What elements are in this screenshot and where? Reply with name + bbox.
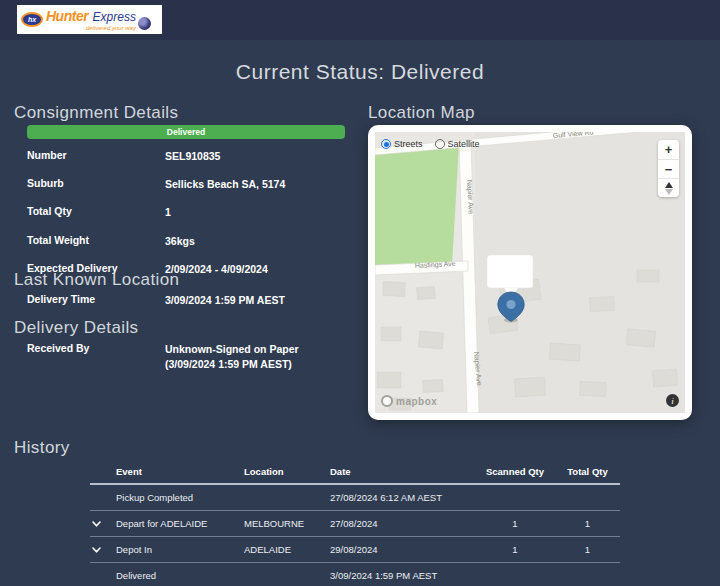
top-bar: hx Hunter Express delivered your way (0, 0, 720, 40)
tracking-page: hx Hunter Express delivered your way Cur… (0, 0, 720, 586)
event-cell: Pickup Completed (114, 484, 242, 511)
scanned-qty-cell (475, 563, 555, 586)
layer-label: Streets (394, 139, 423, 149)
field-label: Suburb (27, 177, 165, 192)
date-cell: 27/08/2024 (328, 511, 475, 537)
field-label: Received By (27, 342, 165, 372)
location-cell (242, 484, 328, 511)
field-value: 3/09/2024 1:59 PM AEST (165, 293, 347, 308)
page-title: Current Status: Delivered (0, 60, 720, 84)
col-scanned-qty: Scanned Qty (475, 462, 555, 484)
mapbox-wordmark: mapbox (396, 396, 437, 407)
field-value: 36kgs (165, 234, 347, 249)
event-cell: Delivered (114, 563, 242, 586)
field-row-total-qty: Total Qty 1 (27, 205, 347, 220)
scanned-qty-cell: 1 (475, 511, 555, 537)
last-known-location-heading: Last Known Location (14, 270, 179, 290)
location-cell: ADELAIDE (242, 537, 328, 563)
map-tiles: Gulf View Rd Napier Ave Hastings Ave Nap… (375, 132, 685, 413)
history-row: Depart for ADELAIDE MELBOURNE 27/08/2024… (90, 511, 620, 537)
field-value: Sellicks Beach SA, 5174 (165, 177, 347, 192)
col-date: Date (328, 462, 475, 484)
chevron-down-icon[interactable] (92, 544, 101, 555)
layer-option-streets[interactable]: Streets (381, 139, 423, 149)
logo-brand-suffix-text: Express (93, 10, 136, 24)
field-label: Total Weight (27, 234, 165, 249)
mapbox-logo[interactable]: mapbox (381, 395, 437, 407)
history-row: Depot In ADELAIDE 29/08/2024 1 1 (90, 537, 620, 563)
map-zoom-controls: + − (658, 140, 679, 197)
mapbox-icon (381, 395, 393, 407)
scanned-qty-cell (475, 484, 555, 511)
col-location: Location (242, 462, 328, 484)
last-known-location-fields: Delivery Time 3/09/2024 1:59 PM AEST (27, 293, 347, 308)
field-label: Number (27, 149, 165, 164)
zoom-in-button[interactable]: + (658, 140, 679, 159)
field-row-suburb: Suburb Sellicks Beach SA, 5174 (27, 177, 347, 192)
radio-unselected-icon (435, 139, 445, 149)
layer-option-satellite[interactable]: Satellite (435, 139, 480, 149)
delivery-details-heading: Delivery Details (14, 318, 139, 338)
compass-button[interactable] (658, 178, 679, 197)
layer-label: Satellite (448, 139, 480, 149)
date-cell: 29/08/2024 (328, 537, 475, 563)
consignment-fields: Number SEL910835 Suburb Sellicks Beach S… (27, 149, 347, 277)
compass-south-icon (665, 189, 673, 195)
logo-brand-text: Hunter (46, 8, 88, 24)
globe-icon (138, 17, 151, 30)
history-row: Pickup Completed 27/08/2024 6:12 AM AEST (90, 484, 620, 511)
field-row-number: Number SEL910835 (27, 149, 347, 164)
date-cell: 27/08/2024 6:12 AM AEST (328, 484, 475, 511)
location-map-heading: Location Map (368, 103, 475, 123)
field-row-total-weight: Total Weight 36kgs (27, 234, 347, 249)
park-area (375, 144, 459, 270)
status-badge: Delivered (27, 125, 345, 139)
logo-tagline: delivered your way (46, 25, 136, 31)
history-row: Delivered 3/09/2024 1:59 PM AEST (90, 563, 620, 586)
date-cell: 3/09/2024 1:59 PM AEST (328, 563, 475, 586)
radio-selected-icon (381, 139, 391, 149)
location-cell (242, 563, 328, 586)
attribution-info-button[interactable]: i (666, 394, 679, 407)
field-value: SEL910835 (165, 149, 347, 164)
col-event: Event (114, 462, 242, 484)
map-canvas[interactable]: Gulf View Rd Napier Ave Hastings Ave Nap… (375, 132, 685, 413)
consignment-details-heading: Consignment Details (14, 103, 178, 123)
logo-wordmark: Hunter Express delivered your way (46, 8, 136, 31)
total-qty-cell: 1 (555, 537, 620, 563)
history-heading: History (14, 438, 70, 458)
field-label: Delivery Time (27, 293, 165, 308)
compass-north-icon (665, 182, 673, 188)
field-row-received-by: Received By Unknown-Signed on Paper (3/0… (27, 342, 347, 372)
total-qty-cell (555, 484, 620, 511)
history-header-row: Event Location Date Scanned Qty Total Qt… (90, 462, 620, 484)
location-cell: MELBOURNE (242, 511, 328, 537)
history-table: Event Location Date Scanned Qty Total Qt… (90, 462, 620, 586)
scanned-qty-cell: 1 (475, 537, 555, 563)
event-cell: Depart for ADELAIDE (114, 511, 242, 537)
chevron-down-icon[interactable] (92, 518, 101, 529)
field-value: 2/09/2024 - 4/09/2024 (165, 262, 347, 277)
field-row-delivery-time: Delivery Time 3/09/2024 1:59 PM AEST (27, 293, 347, 308)
location-map-card: Gulf View Rd Napier Ave Hastings Ave Nap… (368, 125, 692, 420)
col-total-qty: Total Qty (555, 462, 620, 484)
total-qty-cell: 1 (555, 511, 620, 537)
zoom-out-button[interactable]: − (658, 159, 679, 178)
field-value: 1 (165, 205, 347, 220)
delivery-details-fields: Received By Unknown-Signed on Paper (3/0… (27, 342, 347, 372)
total-qty-cell (555, 563, 620, 586)
map-layer-toggle: Streets Satellite (381, 139, 480, 149)
hx-badge-icon: hx (21, 12, 43, 27)
event-cell: Depot In (114, 537, 242, 563)
field-label: Total Qty (27, 205, 165, 220)
hunter-express-logo[interactable]: hx Hunter Express delivered your way (17, 5, 162, 34)
field-value: Unknown-Signed on Paper (3/09/2024 1:59 … (165, 342, 347, 372)
